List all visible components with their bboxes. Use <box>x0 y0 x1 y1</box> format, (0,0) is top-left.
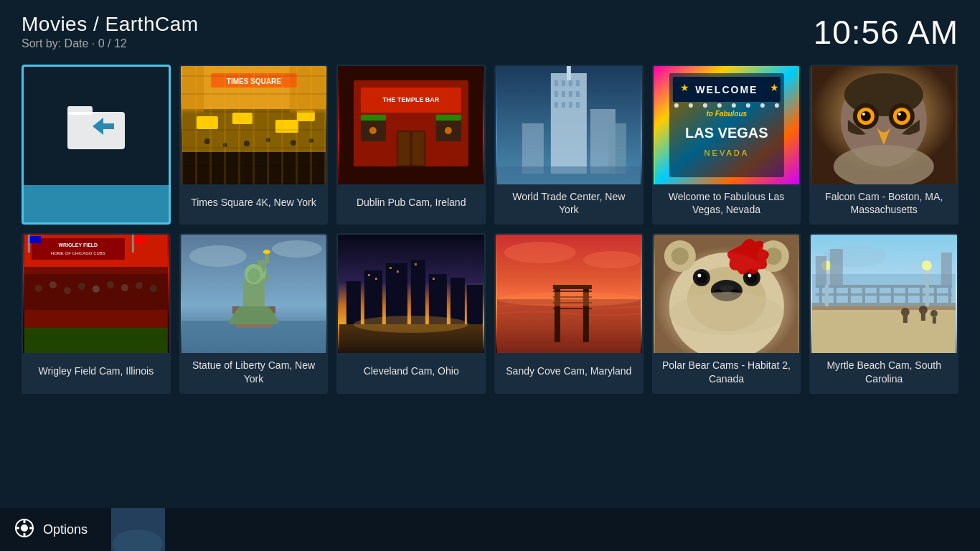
svg-rect-27 <box>413 132 424 165</box>
list-item[interactable]: Polar Bear Cams - Habitat 2, Canada <box>652 233 801 393</box>
svg-point-131 <box>354 316 468 333</box>
back-button[interactable] <box>22 65 171 225</box>
header-right: 10:56 AM <box>814 13 958 52</box>
svg-point-153 <box>697 274 701 278</box>
item-label: Myrtle Beach Cam, South Carolina <box>811 353 957 392</box>
svg-rect-124 <box>368 274 370 276</box>
thumbnail: WRIGLEY FIELD HOME OF CHICAGO CUBS <box>23 235 169 353</box>
svg-point-65 <box>717 103 721 108</box>
svg-point-79 <box>897 111 907 121</box>
clock: 10:56 AM <box>814 13 958 52</box>
svg-point-66 <box>731 103 735 108</box>
svg-rect-11 <box>182 66 203 113</box>
svg-rect-91 <box>134 236 145 243</box>
list-item[interactable]: Myrtle Beach Cam, South Carolina <box>809 233 958 393</box>
list-item[interactable]: Falcon Cam - Boston, MA, Massachusetts <box>809 65 958 225</box>
svg-point-183 <box>901 308 910 316</box>
svg-point-68 <box>760 103 764 108</box>
svg-point-113 <box>263 250 270 254</box>
svg-rect-36 <box>567 66 571 80</box>
svg-rect-8 <box>232 113 252 124</box>
svg-point-17 <box>243 141 249 146</box>
svg-rect-102 <box>24 328 168 353</box>
svg-rect-1 <box>67 106 93 115</box>
svg-rect-52 <box>497 166 641 184</box>
svg-rect-112 <box>264 253 268 263</box>
sort-subtitle: Sort by: Date · 0 / 12 <box>22 37 199 50</box>
svg-point-134 <box>583 251 641 268</box>
svg-text:HOME OF CHICAGO CUBS: HOME OF CHICAGO CUBS <box>51 251 105 255</box>
svg-point-115 <box>247 268 260 283</box>
svg-point-100 <box>136 282 143 289</box>
item-label: Dublin Pub Cam, Ireland <box>338 184 484 222</box>
thumbnail <box>496 66 642 184</box>
options-icon <box>14 518 34 541</box>
svg-point-94 <box>50 281 57 288</box>
preview-thumb <box>111 508 165 551</box>
svg-rect-197 <box>29 527 33 529</box>
svg-rect-128 <box>415 263 417 265</box>
svg-point-69 <box>774 103 778 108</box>
list-item[interactable]: Statue of Liberty Cam, New York <box>179 233 329 393</box>
list-item[interactable]: WELCOME ★ ★ to Fabulous LAS VEGAS NEVADA <box>652 65 801 225</box>
svg-rect-195 <box>24 533 26 537</box>
svg-rect-40 <box>576 80 580 86</box>
svg-text:WELCOME: WELCOME <box>695 84 758 95</box>
thumbnail <box>811 235 957 353</box>
svg-rect-89 <box>30 236 41 243</box>
svg-point-76 <box>862 113 865 116</box>
svg-rect-138 <box>553 285 592 289</box>
svg-rect-117 <box>347 281 361 324</box>
svg-rect-9 <box>275 120 298 133</box>
svg-rect-184 <box>903 316 908 323</box>
svg-rect-39 <box>569 80 573 86</box>
item-label: Times Square 4K, New York <box>181 184 327 222</box>
list-item[interactable]: Cleveland Cam, Ohio <box>336 233 486 393</box>
svg-rect-3 <box>182 66 325 184</box>
svg-rect-47 <box>569 102 573 108</box>
svg-point-16 <box>222 143 227 147</box>
svg-rect-85 <box>32 238 125 260</box>
svg-text:to Fabulous: to Fabulous <box>706 110 747 118</box>
svg-rect-50 <box>522 123 544 174</box>
svg-rect-7 <box>196 116 217 129</box>
svg-rect-188 <box>933 317 936 324</box>
svg-point-33 <box>445 127 452 134</box>
item-label: Polar Bear Cams - Habitat 2, Canada <box>654 353 800 392</box>
svg-point-185 <box>919 306 928 314</box>
page-title: Movies / EarthCam <box>22 13 199 36</box>
svg-point-64 <box>702 103 707 108</box>
svg-point-156 <box>748 274 751 278</box>
svg-point-18 <box>265 138 270 142</box>
svg-rect-35 <box>551 73 587 174</box>
svg-rect-118 <box>364 270 382 324</box>
svg-rect-127 <box>397 270 399 273</box>
svg-rect-43 <box>569 91 573 97</box>
svg-point-15 <box>204 138 209 144</box>
header-left: Movies / EarthCam Sort by: Date · 0 / 12 <box>22 13 199 50</box>
list-item[interactable]: World Trade Center, New York <box>494 65 644 225</box>
svg-text:★: ★ <box>769 82 778 93</box>
svg-rect-42 <box>562 91 565 97</box>
svg-rect-126 <box>390 267 392 269</box>
svg-point-19 <box>290 140 296 146</box>
svg-point-193 <box>21 524 28 532</box>
svg-point-32 <box>369 127 377 134</box>
svg-point-187 <box>930 310 938 317</box>
svg-point-158 <box>671 248 688 265</box>
item-label: Welcome to Fabulous Las Vegas, Nevada <box>654 184 800 223</box>
list-item[interactable]: WRIGLEY FIELD HOME OF CHICAGO CUBS <box>22 233 171 393</box>
svg-rect-13 <box>210 73 296 88</box>
svg-rect-12 <box>289 66 325 113</box>
svg-point-101 <box>150 285 157 292</box>
svg-text:WRIGLEY FIELD: WRIGLEY FIELD <box>58 242 98 248</box>
svg-rect-190 <box>830 249 843 285</box>
list-item[interactable]: THE TEMPLE BAR Dublin Pub Cam, Ireland <box>336 65 486 225</box>
svg-rect-5 <box>182 109 325 152</box>
svg-point-67 <box>745 103 750 108</box>
svg-point-105 <box>189 245 246 267</box>
options-label[interactable]: Options <box>43 522 88 537</box>
list-item[interactable]: TIMES SQUARE Times Square 4K, New York <box>179 65 329 225</box>
list-item[interactable]: Sandy Cove Cam, Maryland <box>494 233 644 393</box>
svg-rect-6 <box>182 152 325 184</box>
